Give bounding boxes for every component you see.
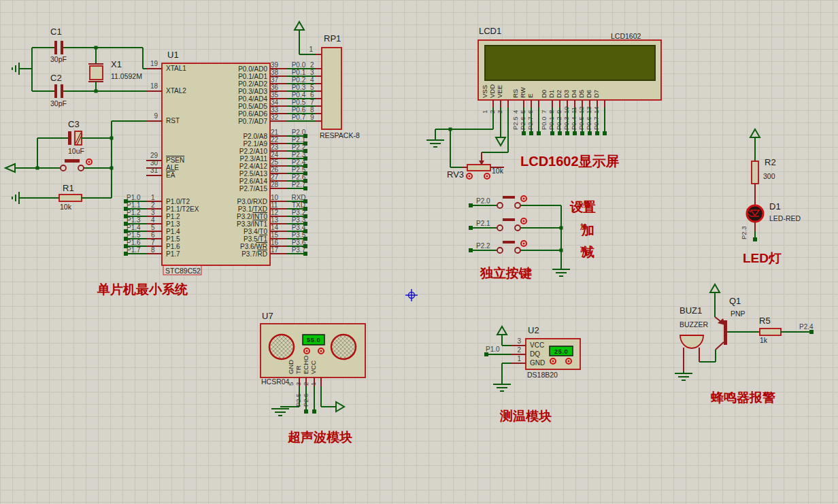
x1-ref[interactable]: X1: [111, 61, 122, 68]
origin-marker-icon: [405, 289, 418, 301]
mcu-section-label: 单片机最小系统: [97, 283, 188, 297]
u1-p2-rows: P2.0/A8 21 P2.0 P2.1/A9 22 P2.1 P2.2/A10…: [163, 133, 326, 192]
pin-number: 1: [512, 354, 521, 363]
pin-name: P1.5: [166, 235, 227, 243]
r2-ref[interactable]: R2: [765, 159, 776, 166]
d1-value[interactable]: LED-RED: [769, 215, 801, 222]
led-circuit[interactable]: [747, 129, 763, 241]
lcd1602-symbol[interactable]: [426, 40, 661, 165]
pin-name: P1.7: [166, 250, 227, 258]
lcd-power-pin-names: VSSVDDVEE: [487, 90, 509, 98]
key-action-label: 减: [569, 245, 599, 267]
lcd-ctrl-pin-names: RSRWE: [518, 90, 540, 98]
u7-pin-names: GNDTRECHOVCC: [293, 366, 323, 374]
u7-value[interactable]: HCSR04: [261, 378, 289, 385]
c1-value[interactable]: 30pF: [50, 56, 67, 63]
schematic-canvas[interactable]: C1 30pF C2 30pF X1 11.0592M C3 10uF R1 1…: [0, 0, 838, 504]
u7-ref[interactable]: U7: [262, 313, 273, 320]
lcd1-value[interactable]: LCD1602: [611, 33, 641, 39]
u1-pin30-number: 30: [141, 160, 158, 167]
pin-number: 2: [512, 346, 521, 354]
u2-value[interactable]: DS18B20: [527, 371, 558, 378]
q1-value[interactable]: PNP: [731, 310, 745, 317]
lcd-section-label: LCD1602显示屏: [520, 154, 620, 168]
u1-p1-name-rows: P1.0/T2P1.1/T2EXP1.2P1.3P1.4P1.5P1.6P1.7: [166, 198, 227, 258]
pin-name: P1.1/T2EX: [166, 205, 227, 213]
r5-value[interactable]: 1k: [760, 337, 767, 343]
q1-ref[interactable]: Q1: [729, 298, 741, 305]
rp1-pin1-number: 1: [305, 46, 313, 53]
u2-dq-net-label: P1.0: [486, 346, 500, 353]
r5-net-label: P2.4: [799, 324, 814, 331]
u1-p1-wire-rows: P1.0 1 P1.1 2 P1.2 3 P1.3 4 P1.4 5 P1.5 …: [122, 198, 166, 258]
lcd-ctrl-pin-numbers: 456: [518, 105, 540, 114]
ultrasonic-section-label: 超声波模块: [288, 431, 352, 444]
pin-number: 3: [512, 337, 521, 346]
u1-pin19-number: 19: [141, 61, 158, 67]
rp1-ref[interactable]: RP1: [324, 35, 341, 42]
u1-value[interactable]: STC89C52: [165, 267, 201, 274]
buz1-ref[interactable]: BUZ1: [680, 307, 702, 314]
c2-ref[interactable]: C2: [50, 75, 62, 82]
u7-pin-nets: P2.5P2.6: [293, 399, 323, 407]
lcd-power-pin-numbers: 123: [487, 105, 509, 114]
u7-pin-numbers: 5321: [293, 377, 323, 386]
d1-ref[interactable]: D1: [769, 203, 781, 210]
pin-name: P1.4: [166, 228, 227, 235]
key-action-label: 加: [569, 222, 599, 245]
u1-pin29-number: 29: [141, 152, 158, 159]
r5-ref[interactable]: R5: [759, 318, 771, 324]
lcd-data-pin-names: D0D1D2D3D4D5D6D7: [546, 90, 606, 98]
r1-value[interactable]: 10k: [60, 203, 71, 210]
x1-value[interactable]: 11.0592M: [111, 73, 142, 80]
pin-row: P2.7/A15 28 P2.7: [163, 185, 326, 192]
pin-name: P1.3: [166, 220, 227, 228]
pin-name: VCC: [530, 341, 545, 350]
u1-p0-rows: P0.0/AD0 39 P0.0 2 P0.1/AD1 38 P0.1 3 P0…: [163, 65, 326, 125]
key-action-labels: 设置加减: [569, 200, 599, 267]
net-label: P2.2: [476, 241, 503, 264]
rv3-value[interactable]: 10k: [492, 167, 503, 174]
rv3-ref[interactable]: RV3: [447, 171, 464, 178]
pin-row: P1.7 8: [122, 250, 166, 258]
pin-name: P1.0/T2: [166, 198, 227, 205]
temperature-section-label: 测温模块: [500, 409, 552, 423]
c3-value[interactable]: 10uF: [68, 148, 84, 154]
buz1-value[interactable]: BUZZER: [680, 321, 708, 328]
buzzer-circuit[interactable]: [675, 284, 814, 380]
keys-section-label: 独立按键: [480, 267, 532, 280]
pin-name: P1.6: [166, 243, 227, 250]
u2-ref[interactable]: U2: [528, 327, 539, 334]
crystal-reset-circuit[interactable]: [5, 41, 162, 204]
c3-ref[interactable]: C3: [68, 121, 80, 128]
net-label: P2.1: [476, 219, 503, 241]
lcd-data-pin-numbers: 7891011121314: [546, 105, 606, 114]
r1-ref[interactable]: R1: [63, 185, 74, 192]
u7-distance-display: 55.0: [303, 335, 324, 345]
pin-name: P1.2: [166, 213, 227, 220]
key-net-labels: P2.0P2.1P2.2: [476, 197, 503, 264]
key-action-label: 设置: [569, 200, 599, 222]
r2-value[interactable]: 300: [763, 173, 775, 180]
u2-pin-numbers: 321: [512, 337, 521, 363]
u2-pin-names: VCCDQGND: [530, 341, 545, 367]
u1-ref[interactable]: U1: [167, 52, 179, 58]
led-section-label: LED灯: [743, 252, 782, 265]
buzzer-section-label: 蜂鸣器报警: [711, 391, 775, 405]
lcd1-ref[interactable]: LCD1: [479, 28, 501, 35]
net-label: P2.0: [476, 197, 503, 219]
lcd-ctrl-pin-nets: P2.5P2.6P2.7: [518, 122, 540, 130]
u1-pin18-number: 18: [141, 83, 158, 90]
c1-ref[interactable]: C1: [50, 29, 62, 35]
u1-pin31-number: 31: [141, 167, 158, 174]
c2-value[interactable]: 30pF: [50, 100, 67, 107]
pin-name: DQ: [530, 350, 545, 358]
pin-row: P0.7/AD7 32 P0.7 9: [163, 118, 326, 125]
u1-pin9-number: 9: [141, 113, 158, 120]
u2-temperature-display: 25.0: [550, 346, 573, 356]
lcd-data-pin-nets: P0.0P0.1P0.2P0.3P0.4P0.5P0.6P0.7: [546, 122, 606, 130]
pin-name: GND: [530, 358, 545, 367]
